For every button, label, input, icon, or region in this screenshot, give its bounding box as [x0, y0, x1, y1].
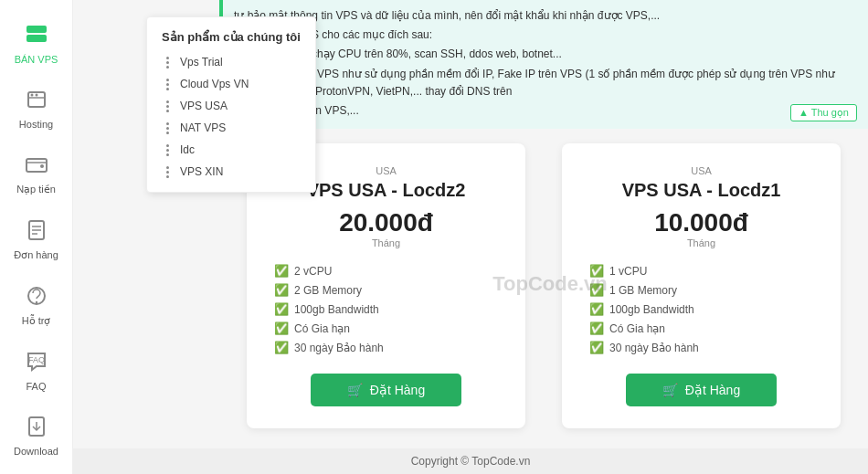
footer: Copyright © TopCode.vn: [73, 448, 868, 474]
warning-line-3: Fake lạm dụng chạy CPU trên 80%, scan SS…: [234, 46, 857, 63]
card-region-locdz1: USA: [589, 165, 813, 176]
menu-icon-vps-usa: [162, 100, 173, 112]
svg-text:FAQ: FAQ: [27, 355, 44, 364]
dropdown-item-cloud-vps-vn[interactable]: Cloud Vps VN: [147, 73, 315, 95]
check-icon: ✅: [589, 321, 604, 335]
menu-icon-vps-xin: [162, 166, 173, 178]
sidebar-label-nap-tien: Nạp tiền: [16, 184, 56, 195]
card-price-locdz1: 10.000đ: [589, 208, 813, 237]
sidebar-label-hosting: Hosting: [19, 119, 53, 130]
feature-vcpu-locdz2: ✅ 2 vCPU: [274, 261, 498, 280]
dropdown-item-nat-vps[interactable]: NAT VPS: [147, 117, 315, 139]
collapse-button[interactable]: ▲ Thu gọn: [790, 104, 857, 121]
check-icon: ✅: [274, 321, 289, 335]
svg-point-15: [35, 301, 37, 303]
menu-icon-idc: [162, 144, 173, 156]
card-period-locdz2: Tháng: [274, 237, 498, 248]
svg-point-6: [30, 94, 33, 97]
card-period-locdz1: Tháng: [589, 237, 813, 248]
check-icon: ✅: [274, 341, 289, 354]
dropdown-item-vps-xin[interactable]: VPS XIN: [147, 161, 315, 183]
feature-baohanh-locdz1: ✅ 30 ngày Bảo hành: [589, 338, 813, 357]
svg-point-3: [42, 37, 45, 40]
dropdown-menu: Sản phẩm của chúng tôi Vps Trial Cloud V…: [146, 16, 316, 193]
footer-text: Copyright © TopCode.vn: [411, 455, 531, 468]
hosting-icon: [20, 83, 53, 116]
card-features-locdz1: ✅ 1 vCPU ✅ 1 GB Memory ✅ 100gb Bandwidth…: [589, 261, 813, 357]
menu-icon-nat-vps: [162, 122, 173, 134]
orders-icon: [20, 214, 53, 247]
menu-icon-cloud-vps-vn: [162, 79, 173, 90]
dropdown-item-vps-usa[interactable]: VPS USA: [147, 95, 315, 117]
check-icon: ✅: [589, 264, 604, 278]
svg-point-9: [40, 164, 44, 168]
sidebar-label-download: Download: [14, 446, 58, 457]
check-icon: ✅: [589, 302, 604, 316]
faq-icon: FAQ: [20, 345, 53, 378]
order-button-locdz2[interactable]: 🛒 Đặt Hàng: [311, 374, 461, 406]
cart-icon-2: 🛒: [662, 383, 678, 397]
menu-icon-vps-trial: [162, 57, 173, 68]
warning-box: tư bảo mật thông tin VPS và dữ liệu của …: [219, 0, 868, 129]
wallet-icon: [20, 148, 53, 181]
download-icon: [20, 410, 53, 443]
dropdown-header: Sản phẩm của chúng tôi: [147, 26, 315, 51]
feature-vcpu-locdz1: ✅ 1 vCPU: [589, 261, 813, 280]
check-icon: ✅: [274, 302, 289, 316]
feature-baohanh-locdz2: ✅ 30 ngày Bảo hành: [274, 338, 498, 357]
feature-memory-locdz2: ✅ 2 GB Memory: [274, 280, 498, 300]
content-wrapper: 📺 TOPCODE.VN Sản phẩm của chúng tôi Vps …: [73, 0, 868, 474]
sidebar-item-faq[interactable]: FAQ FAQ: [0, 336, 72, 401]
check-icon: ✅: [589, 341, 604, 354]
feature-memory-locdz1: ✅ 1 GB Memory: [589, 280, 813, 300]
sidebar-item-ban-vps[interactable]: BÁN VPS: [0, 9, 72, 74]
card-price-locdz2: 20.000đ: [274, 208, 498, 237]
sidebar-label-don-hang: Đơn hàng: [14, 249, 58, 261]
sidebar-item-ho-tro[interactable]: Hỗ trợ: [0, 270, 72, 336]
check-icon: ✅: [589, 283, 604, 297]
card-features-locdz2: ✅ 2 vCPU ✅ 2 GB Memory ✅ 100gb Bandwidth…: [274, 261, 498, 357]
product-card-locdz1: USA VPS USA - Locdz1 10.000đ Tháng ✅ 1 v…: [562, 143, 841, 428]
warning-line-1: tư bảo mật thông tin VPS và dữ liệu của …: [234, 7, 857, 25]
svg-point-7: [35, 94, 37, 97]
cart-icon: 🛒: [347, 383, 363, 397]
feature-bandwidth-locdz2: ✅ 100gb Bandwidth: [274, 300, 498, 319]
feature-giahan-locdz1: ✅ Có Gia hạn: [589, 319, 813, 338]
products-section: USA VPS USA - Locdz2 20.000đ Tháng ✅ 2 v…: [219, 129, 868, 465]
warning-line-5: VPS sử nwall trên VPS,...: [234, 102, 857, 120]
warning-line-4: nối Network trên VPS như sử dụng phần mề…: [234, 66, 857, 100]
warning-line-2: ầm sử dụng VPS cho các mục đích sau:: [234, 26, 857, 44]
sidebar-label-ho-tro: Hỗ trợ: [22, 315, 51, 327]
check-icon: ✅: [274, 283, 289, 297]
sidebar: BÁN VPS Hosting Nạp tiền: [0, 0, 73, 474]
check-icon: ✅: [274, 264, 289, 278]
server-icon: [20, 18, 53, 51]
sidebar-item-nap-tien[interactable]: Nạp tiền: [0, 139, 72, 205]
sidebar-label-ban-vps: BÁN VPS: [15, 54, 58, 65]
sidebar-item-download[interactable]: Download: [0, 401, 72, 466]
sidebar-label-faq: FAQ: [26, 381, 46, 392]
sidebar-item-don-hang[interactable]: Đơn hàng: [0, 205, 72, 270]
sidebar-item-hosting[interactable]: Hosting: [0, 74, 72, 139]
svg-point-2: [42, 28, 45, 31]
dropdown-item-vps-trial[interactable]: Vps Trial: [147, 51, 315, 73]
support-icon: [20, 279, 53, 312]
feature-giahan-locdz2: ✅ Có Gia hạn: [274, 319, 498, 338]
dropdown-item-idc[interactable]: Idc: [147, 139, 315, 161]
feature-bandwidth-locdz1: ✅ 100gb Bandwidth: [589, 300, 813, 319]
card-title-locdz1: VPS USA - Locdz1: [589, 180, 813, 201]
order-button-locdz1[interactable]: 🛒 Đặt Hàng: [626, 374, 777, 406]
